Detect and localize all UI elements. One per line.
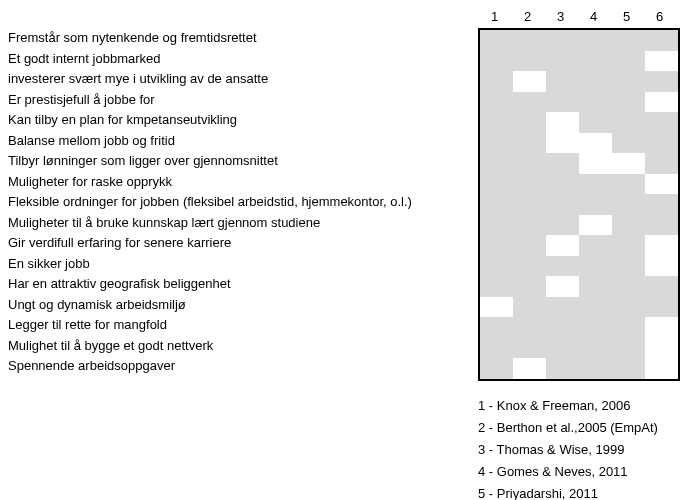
matrix-cell [579,215,612,236]
matrix-cell [513,338,546,359]
matrix-cell [579,338,612,359]
row-label: Fleksible ordninger for jobben (fleksibe… [6,192,478,213]
row-label: Fremstår som nytenkende og fremtidsrette… [6,28,478,49]
matrix-cell [645,112,678,133]
matrix-cell [579,235,612,256]
matrix-cell [546,338,579,359]
matrix-cell [645,30,678,51]
legend-item: 2 - Berthon et al.,2005 (EmpAt) [478,417,686,439]
matrix-cell [579,174,612,195]
matrix-cell [612,256,645,277]
matrix-cell [480,133,513,154]
matrix-cell [579,317,612,338]
matrix-row [480,112,678,133]
matrix-row [480,256,678,277]
header-spacer [6,6,478,28]
matrix-row [480,153,678,174]
matrix-cell [612,276,645,297]
matrix-cell [480,317,513,338]
row-label: Muligheter for raske opprykk [6,172,478,193]
matrix-cell [645,174,678,195]
matrix-cell [546,297,579,318]
matrix-cell [645,317,678,338]
row-label: Ungt og dynamisk arbeidsmiljø [6,295,478,316]
matrix-cell [579,194,612,215]
matrix-row [480,215,678,236]
matrix-cell [645,71,678,92]
matrix-row [480,358,678,379]
matrix-cell [513,358,546,379]
matrix-cell [612,30,645,51]
matrix-cell [480,338,513,359]
matrix-cell [480,215,513,236]
matrix-cell [480,153,513,174]
matrix-cell [612,338,645,359]
matrix-cell [579,71,612,92]
matrix-cell [645,358,678,379]
matrix-cell [546,358,579,379]
matrix-cell [480,30,513,51]
legend-item: 3 - Thomas & Wise, 1999 [478,439,686,461]
matrix-cell [612,112,645,133]
matrix-cell [546,133,579,154]
matrix-cell [546,215,579,236]
matrix-cell [480,71,513,92]
matrix-cell [645,276,678,297]
matrix-row [480,317,678,338]
matrix-cell [579,276,612,297]
col-header: 4 [577,6,610,28]
matrix-cell [513,215,546,236]
matrix-row [480,338,678,359]
matrix-cell [513,153,546,174]
row-label: Legger til rette for mangfold [6,315,478,336]
matrix-cell [579,133,612,154]
matrix-cell [645,194,678,215]
legend-item: 4 - Gomes & Neves, 2011 [478,461,686,483]
matrix-cell [612,235,645,256]
matrix-cell [546,256,579,277]
matrix-cell [480,256,513,277]
matrix-cell [546,71,579,92]
matrix-cell [579,153,612,174]
matrix-cell [546,317,579,338]
matrix-cell [513,92,546,113]
row-label: Kan tilby en plan for kmpetanseutvikling [6,110,478,131]
matrix-cell [579,297,612,318]
matrix-cell [645,51,678,72]
matrix-cell [645,338,678,359]
matrix-cell [480,358,513,379]
matrix-cell [513,112,546,133]
row-label: Er prestisjefull å jobbe for [6,90,478,111]
matrix-cell [612,317,645,338]
matrix-row [480,235,678,256]
column-header-row: 1 2 3 4 5 6 [478,6,676,28]
matrix-cell [546,30,579,51]
matrix-row [480,71,678,92]
matrix-cell [612,133,645,154]
matrix-cell [645,235,678,256]
row-labels: Fremstår som nytenkende og fremtidsrette… [6,28,478,381]
col-header: 1 [478,6,511,28]
matrix-cell [579,30,612,51]
matrix-cell [645,256,678,277]
matrix-cell [546,276,579,297]
matrix-row [480,297,678,318]
row-label: Gir verdifull erfaring for senere karrie… [6,233,478,254]
legend-item: 1 - Knox & Freeman, 2006 [478,395,686,417]
col-header: 5 [610,6,643,28]
matrix-cell [513,194,546,215]
row-label: investerer svært mye i utvikling av de a… [6,69,478,90]
matrix-row [480,51,678,72]
row-label: Et godt internt jobbmarked [6,49,478,70]
matrix-cell [645,297,678,318]
row-label: Mulighet til å bygge et godt nettverk [6,336,478,357]
matrix-row [480,92,678,113]
legend: 1 - Knox & Freeman, 20062 - Berthon et a… [478,395,686,501]
matrix-cell [645,215,678,236]
matrix-cell [579,112,612,133]
matrix-cell [480,92,513,113]
matrix-cell [612,215,645,236]
matrix-cell [513,235,546,256]
matrix-cell [513,174,546,195]
matrix-cell [612,92,645,113]
